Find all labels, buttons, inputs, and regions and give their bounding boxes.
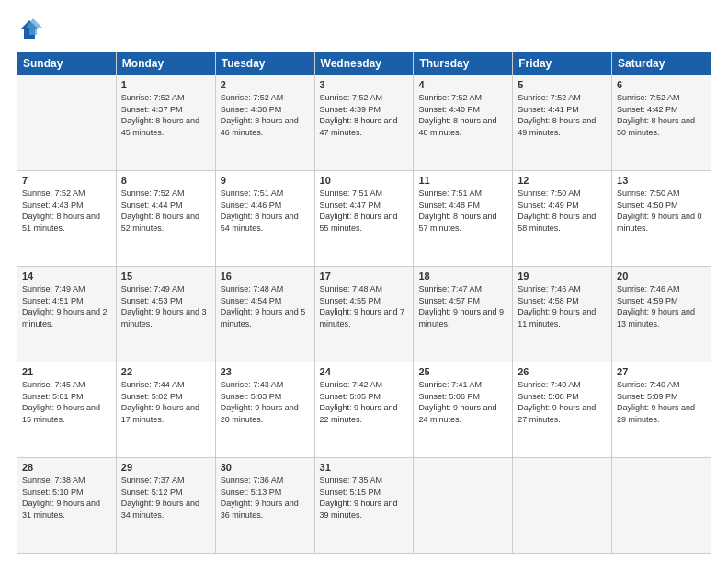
day-number: 22 <box>121 366 210 377</box>
day-number: 1 <box>121 79 210 90</box>
calendar-cell <box>414 458 513 554</box>
day-number: 10 <box>320 175 409 186</box>
day-number: 12 <box>518 175 607 186</box>
day-info: Sunrise: 7:49 AMSunset: 4:53 PMDaylight:… <box>121 284 207 328</box>
day-info: Sunrise: 7:52 AMSunset: 4:40 PMDaylight:… <box>418 93 496 137</box>
day-info: Sunrise: 7:46 AMSunset: 4:58 PMDaylight:… <box>518 284 596 328</box>
weekday-header-row: SundayMondayTuesdayWednesdayThursdayFrid… <box>17 52 711 75</box>
day-info: Sunrise: 7:52 AMSunset: 4:39 PMDaylight:… <box>320 93 398 137</box>
day-number: 27 <box>617 366 706 377</box>
day-number: 21 <box>22 366 111 377</box>
day-info: Sunrise: 7:52 AMSunset: 4:42 PMDaylight:… <box>617 93 695 137</box>
logo <box>17 17 46 42</box>
calendar-cell: 14 Sunrise: 7:49 AMSunset: 4:51 PMDaylig… <box>17 267 117 362</box>
calendar-cell: 4 Sunrise: 7:52 AMSunset: 4:40 PMDayligh… <box>414 75 513 171</box>
calendar-cell: 11 Sunrise: 7:51 AMSunset: 4:48 PMDaylig… <box>414 171 513 267</box>
calendar-cell: 13 Sunrise: 7:50 AMSunset: 4:50 PMDaylig… <box>612 171 711 267</box>
calendar-cell: 26 Sunrise: 7:40 AMSunset: 5:08 PMDaylig… <box>513 362 612 458</box>
weekday-header-saturday: Saturday <box>612 52 711 75</box>
day-number: 2 <box>221 79 310 90</box>
day-info: Sunrise: 7:51 AMSunset: 4:47 PMDaylight:… <box>320 189 398 233</box>
weekday-header-friday: Friday <box>513 52 612 75</box>
weekday-header-sunday: Sunday <box>17 52 117 75</box>
day-info: Sunrise: 7:43 AMSunset: 5:03 PMDaylight:… <box>221 380 299 424</box>
day-info: Sunrise: 7:52 AMSunset: 4:41 PMDaylight:… <box>518 93 596 137</box>
day-info: Sunrise: 7:40 AMSunset: 5:08 PMDaylight:… <box>518 380 596 424</box>
calendar-cell: 16 Sunrise: 7:48 AMSunset: 4:54 PMDaylig… <box>215 267 314 362</box>
calendar-week-row: 21 Sunrise: 7:45 AMSunset: 5:01 PMDaylig… <box>17 362 711 458</box>
calendar-cell: 21 Sunrise: 7:45 AMSunset: 5:01 PMDaylig… <box>17 362 117 458</box>
day-info: Sunrise: 7:45 AMSunset: 5:01 PMDaylight:… <box>22 380 100 424</box>
day-info: Sunrise: 7:50 AMSunset: 4:49 PMDaylight:… <box>518 189 596 233</box>
calendar-cell <box>513 458 612 554</box>
day-number: 6 <box>617 79 706 90</box>
logo-icon <box>17 17 42 42</box>
day-info: Sunrise: 7:52 AMSunset: 4:38 PMDaylight:… <box>221 93 299 137</box>
day-info: Sunrise: 7:44 AMSunset: 5:02 PMDaylight:… <box>121 380 199 424</box>
calendar-cell: 28 Sunrise: 7:38 AMSunset: 5:10 PMDaylig… <box>17 458 117 554</box>
calendar-week-row: 7 Sunrise: 7:52 AMSunset: 4:43 PMDayligh… <box>17 171 711 267</box>
calendar-cell: 30 Sunrise: 7:36 AMSunset: 5:13 PMDaylig… <box>215 458 314 554</box>
day-number: 25 <box>418 366 507 377</box>
calendar-week-row: 14 Sunrise: 7:49 AMSunset: 4:51 PMDaylig… <box>17 267 711 362</box>
calendar-cell: 24 Sunrise: 7:42 AMSunset: 5:05 PMDaylig… <box>314 362 414 458</box>
header <box>17 17 711 42</box>
day-number: 30 <box>221 462 310 473</box>
day-info: Sunrise: 7:48 AMSunset: 4:54 PMDaylight:… <box>221 284 306 328</box>
day-number: 4 <box>418 79 507 90</box>
day-info: Sunrise: 7:37 AMSunset: 5:12 PMDaylight:… <box>121 476 199 520</box>
day-number: 17 <box>320 270 409 282</box>
calendar-cell: 8 Sunrise: 7:52 AMSunset: 4:44 PMDayligh… <box>116 171 215 267</box>
day-info: Sunrise: 7:52 AMSunset: 4:44 PMDaylight:… <box>121 189 199 233</box>
calendar-cell: 2 Sunrise: 7:52 AMSunset: 4:38 PMDayligh… <box>215 75 314 171</box>
weekday-header-thursday: Thursday <box>414 52 513 75</box>
calendar-cell: 1 Sunrise: 7:52 AMSunset: 4:37 PMDayligh… <box>116 75 215 171</box>
calendar-cell: 10 Sunrise: 7:51 AMSunset: 4:47 PMDaylig… <box>314 171 414 267</box>
calendar-cell: 17 Sunrise: 7:48 AMSunset: 4:55 PMDaylig… <box>314 267 414 362</box>
day-number: 14 <box>22 270 111 282</box>
day-info: Sunrise: 7:46 AMSunset: 4:59 PMDaylight:… <box>617 284 695 328</box>
day-number: 8 <box>121 175 210 186</box>
calendar-cell: 5 Sunrise: 7:52 AMSunset: 4:41 PMDayligh… <box>513 75 612 171</box>
calendar-cell: 6 Sunrise: 7:52 AMSunset: 4:42 PMDayligh… <box>612 75 711 171</box>
calendar-week-row: 1 Sunrise: 7:52 AMSunset: 4:37 PMDayligh… <box>17 75 711 171</box>
weekday-header-tuesday: Tuesday <box>215 52 314 75</box>
day-number: 3 <box>320 79 409 90</box>
day-info: Sunrise: 7:51 AMSunset: 4:46 PMDaylight:… <box>221 189 299 233</box>
day-info: Sunrise: 7:35 AMSunset: 5:15 PMDaylight:… <box>320 476 398 520</box>
calendar-page: SundayMondayTuesdayWednesdayThursdayFrid… <box>0 0 728 563</box>
day-info: Sunrise: 7:49 AMSunset: 4:51 PMDaylight:… <box>22 284 108 328</box>
day-info: Sunrise: 7:50 AMSunset: 4:50 PMDaylight:… <box>617 189 702 233</box>
calendar-table: SundayMondayTuesdayWednesdayThursdayFrid… <box>17 52 711 554</box>
day-info: Sunrise: 7:52 AMSunset: 4:37 PMDaylight:… <box>121 93 199 137</box>
calendar-cell: 31 Sunrise: 7:35 AMSunset: 5:15 PMDaylig… <box>314 458 414 554</box>
day-number: 13 <box>617 175 706 186</box>
day-number: 29 <box>121 462 210 473</box>
day-number: 20 <box>617 270 706 282</box>
day-number: 11 <box>418 175 507 186</box>
day-info: Sunrise: 7:47 AMSunset: 4:57 PMDaylight:… <box>418 284 504 328</box>
day-info: Sunrise: 7:41 AMSunset: 5:06 PMDaylight:… <box>418 380 496 424</box>
calendar-week-row: 28 Sunrise: 7:38 AMSunset: 5:10 PMDaylig… <box>17 458 711 554</box>
day-info: Sunrise: 7:40 AMSunset: 5:09 PMDaylight:… <box>617 380 695 424</box>
calendar-cell: 12 Sunrise: 7:50 AMSunset: 4:49 PMDaylig… <box>513 171 612 267</box>
weekday-header-monday: Monday <box>116 52 215 75</box>
calendar-cell: 15 Sunrise: 7:49 AMSunset: 4:53 PMDaylig… <box>116 267 215 362</box>
calendar-cell: 3 Sunrise: 7:52 AMSunset: 4:39 PMDayligh… <box>314 75 414 171</box>
weekday-header-wednesday: Wednesday <box>314 52 414 75</box>
day-info: Sunrise: 7:42 AMSunset: 5:05 PMDaylight:… <box>320 380 398 424</box>
day-number: 16 <box>221 270 310 282</box>
calendar-cell: 22 Sunrise: 7:44 AMSunset: 5:02 PMDaylig… <box>116 362 215 458</box>
calendar-cell: 25 Sunrise: 7:41 AMSunset: 5:06 PMDaylig… <box>414 362 513 458</box>
day-info: Sunrise: 7:48 AMSunset: 4:55 PMDaylight:… <box>320 284 405 328</box>
calendar-cell: 7 Sunrise: 7:52 AMSunset: 4:43 PMDayligh… <box>17 171 117 267</box>
calendar-cell <box>17 75 117 171</box>
day-number: 15 <box>121 270 210 282</box>
calendar-cell <box>612 458 711 554</box>
day-number: 24 <box>320 366 409 377</box>
day-number: 18 <box>418 270 507 282</box>
calendar-cell: 23 Sunrise: 7:43 AMSunset: 5:03 PMDaylig… <box>215 362 314 458</box>
day-info: Sunrise: 7:36 AMSunset: 5:13 PMDaylight:… <box>221 476 299 520</box>
calendar-cell: 9 Sunrise: 7:51 AMSunset: 4:46 PMDayligh… <box>215 171 314 267</box>
day-number: 5 <box>518 79 607 90</box>
